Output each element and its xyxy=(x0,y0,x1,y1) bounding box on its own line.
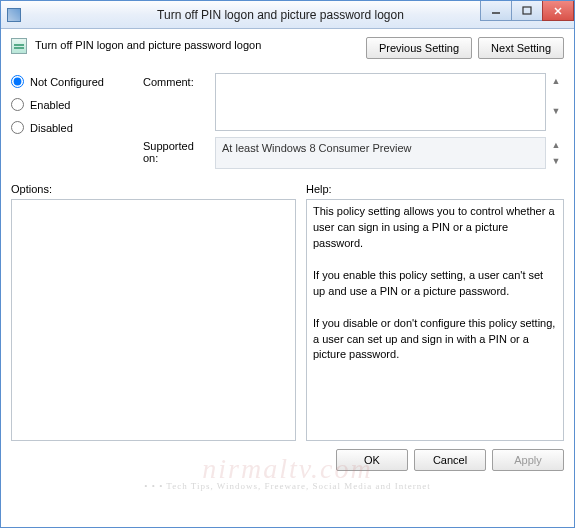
policy-title: Turn off PIN logon and picture password … xyxy=(35,37,358,51)
help-label: Help: xyxy=(306,183,564,195)
comment-label: Comment: xyxy=(143,73,211,88)
help-panel[interactable]: This policy setting allows you to contro… xyxy=(306,199,564,441)
radio-label: Enabled xyxy=(30,99,70,111)
supported-label: Supported on: xyxy=(143,137,211,164)
chevron-down-icon[interactable]: ▼ xyxy=(550,105,562,117)
maximize-button[interactable] xyxy=(511,1,543,21)
radio-input[interactable] xyxy=(11,98,24,111)
minimize-button[interactable] xyxy=(480,1,512,21)
state-radio-disabled[interactable]: Disabled xyxy=(11,121,139,134)
chevron-up-icon[interactable]: ▲ xyxy=(550,139,562,151)
options-panel xyxy=(11,199,296,441)
chevron-down-icon[interactable]: ▼ xyxy=(550,155,562,167)
previous-setting-button[interactable]: Previous Setting xyxy=(366,37,472,59)
close-button[interactable] xyxy=(542,1,574,21)
next-setting-button[interactable]: Next Setting xyxy=(478,37,564,59)
chevron-up-icon[interactable]: ▲ xyxy=(550,75,562,87)
state-radio-not_configured[interactable]: Not Configured xyxy=(11,75,139,88)
comment-spin: ▲ ▼ xyxy=(550,73,564,117)
radio-input[interactable] xyxy=(11,75,24,88)
policy-icon xyxy=(11,38,27,54)
state-radio-group: Not ConfiguredEnabledDisabled xyxy=(11,73,139,144)
dialog-footer: OK Cancel Apply xyxy=(11,449,564,471)
window-controls xyxy=(481,1,574,21)
ok-button[interactable]: OK xyxy=(336,449,408,471)
supported-spin: ▲ ▼ xyxy=(550,137,564,169)
svg-rect-1 xyxy=(523,7,531,14)
cancel-button[interactable]: Cancel xyxy=(414,449,486,471)
state-radio-enabled[interactable]: Enabled xyxy=(11,98,139,111)
options-label: Options: xyxy=(11,183,296,195)
title-bar: Turn off PIN logon and picture password … xyxy=(1,1,574,29)
apply-button[interactable]: Apply xyxy=(492,449,564,471)
radio-label: Disabled xyxy=(30,122,73,134)
radio-input[interactable] xyxy=(11,121,24,134)
supported-on-field: At least Windows 8 Consumer Preview xyxy=(215,137,546,169)
radio-label: Not Configured xyxy=(30,76,104,88)
comment-input[interactable] xyxy=(215,73,546,131)
